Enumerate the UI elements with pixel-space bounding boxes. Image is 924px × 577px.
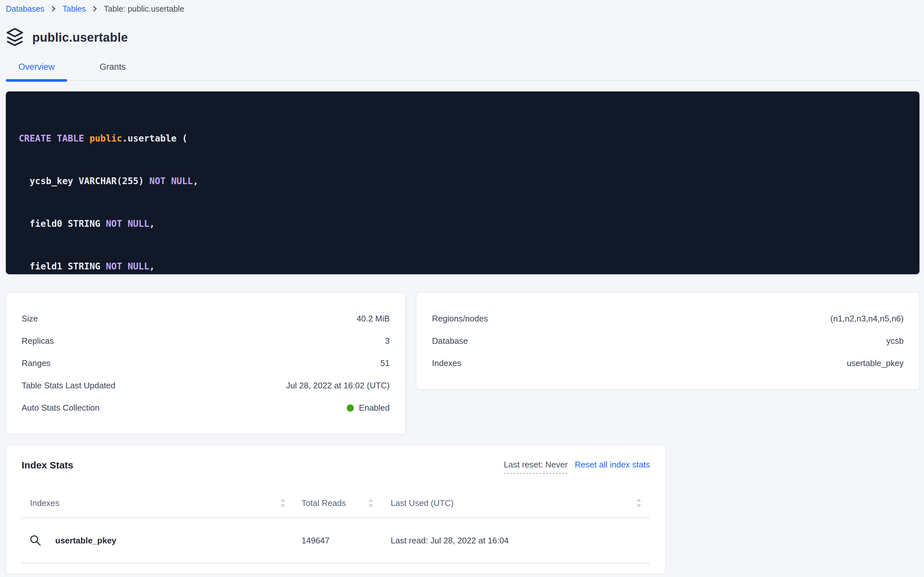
stat-value: Jul 28, 2022 at 16:02 (UTC) bbox=[286, 380, 390, 391]
breadcrumb-current: Table: public.usertable bbox=[104, 4, 184, 14]
page: Databases Tables Table: public.usertable… bbox=[0, 0, 924, 574]
status-badge: Enabled bbox=[347, 403, 390, 413]
last-used-cell: Last read: Jul 28, 2022 at 16:04 bbox=[390, 536, 650, 546]
stat-row-auto-stats: Auto Stats Collection Enabled bbox=[22, 397, 390, 419]
sql-line: ycsb_key VARCHAR(255) NOT NULL, bbox=[19, 174, 906, 189]
column-header-total-reads[interactable]: Total Reads bbox=[302, 498, 390, 508]
page-header: public.usertable bbox=[6, 28, 919, 47]
index-stats-reset-area: Last reset: Never Reset all index stats bbox=[504, 460, 650, 474]
breadcrumb: Databases Tables Table: public.usertable bbox=[6, 0, 919, 14]
stat-row-size: Size 40.2 MiB bbox=[22, 308, 390, 330]
stat-value: usertable_pkey bbox=[847, 358, 904, 368]
stat-value: 3 bbox=[385, 336, 390, 346]
stat-label: Database bbox=[432, 336, 468, 346]
index-stats-title: Index Stats bbox=[22, 459, 73, 471]
stat-row-regions: Regions/nodes (n1,n2,n3,n4,n5,n6) bbox=[432, 308, 904, 330]
sql-line: CREATE TABLE public.usertable ( bbox=[19, 132, 906, 146]
index-stats-card: Index Stats Last reset: Never Reset all … bbox=[6, 445, 666, 574]
index-name-cell: usertable_pkey bbox=[22, 534, 302, 546]
create-table-sql-block: CREATE TABLE public.usertable ( ycsb_key… bbox=[6, 92, 919, 274]
stat-label: Regions/nodes bbox=[432, 314, 488, 324]
page-title: public.usertable bbox=[32, 31, 128, 45]
details-cards-row: Size 40.2 MiB Replicas 3 Ranges 51 Table… bbox=[6, 292, 919, 434]
stat-row-replicas: Replicas 3 bbox=[22, 330, 390, 352]
index-stats-header: Index Stats Last reset: Never Reset all … bbox=[22, 459, 650, 474]
column-header-last-used[interactable]: Last Used (UTC) bbox=[390, 498, 650, 508]
table-location-card: Regions/nodes (n1,n2,n3,n4,n5,n6) Databa… bbox=[416, 292, 919, 390]
sql-line: field1 STRING NOT NULL, bbox=[19, 259, 906, 274]
stat-row-indexes: Indexes usertable_pkey bbox=[432, 352, 904, 374]
column-label: Indexes bbox=[30, 498, 59, 508]
sort-icon[interactable] bbox=[636, 498, 641, 508]
total-reads-cell: 149647 bbox=[302, 536, 390, 546]
stat-value: 51 bbox=[380, 358, 390, 368]
stat-value: ycsb bbox=[887, 336, 904, 346]
status-text: Enabled bbox=[359, 403, 390, 413]
stat-row-ranges: Ranges 51 bbox=[22, 352, 390, 374]
reset-all-index-stats-link[interactable]: Reset all index stats bbox=[575, 460, 650, 470]
stat-label: Table Stats Last Updated bbox=[22, 380, 116, 391]
sql-line: field0 STRING NOT NULL, bbox=[19, 217, 906, 231]
chevron-right-icon bbox=[51, 5, 56, 13]
index-table-row[interactable]: usertable_pkey 149647 Last read: Jul 28,… bbox=[22, 518, 650, 563]
stat-label: Indexes bbox=[432, 358, 461, 368]
index-name[interactable]: usertable_pkey bbox=[55, 536, 116, 546]
stat-label: Auto Stats Collection bbox=[22, 403, 100, 413]
last-reset-label: Last reset: Never bbox=[504, 460, 567, 474]
search-icon bbox=[29, 534, 42, 546]
tab-grants[interactable]: Grants bbox=[82, 61, 143, 80]
sort-icon[interactable] bbox=[280, 498, 285, 508]
column-label: Last Used (UTC) bbox=[390, 498, 453, 508]
stat-value: (n1,n2,n3,n4,n5,n6) bbox=[830, 314, 904, 324]
stat-row-stats-updated: Table Stats Last Updated Jul 28, 2022 at… bbox=[22, 374, 390, 397]
index-table-header: Indexes Total Reads Last Used (UTC) bbox=[22, 488, 650, 518]
column-header-indexes[interactable]: Indexes bbox=[22, 498, 302, 508]
stat-row-database: Database ycsb bbox=[432, 330, 904, 352]
stat-label: Replicas bbox=[22, 336, 54, 346]
chevron-right-icon bbox=[92, 5, 98, 13]
tab-overview[interactable]: Overview bbox=[6, 61, 67, 80]
stat-value: 40.2 MiB bbox=[357, 314, 390, 324]
stack-layers-icon bbox=[6, 27, 24, 47]
breadcrumb-link-databases[interactable]: Databases bbox=[6, 4, 45, 14]
stat-label: Ranges bbox=[22, 358, 51, 368]
table-details-card: Size 40.2 MiB Replicas 3 Ranges 51 Table… bbox=[6, 292, 405, 434]
tab-bar: Overview Grants bbox=[6, 61, 919, 81]
stat-label: Size bbox=[22, 314, 38, 324]
sort-icon[interactable] bbox=[368, 498, 373, 508]
status-dot-green bbox=[347, 405, 354, 412]
breadcrumb-link-tables[interactable]: Tables bbox=[63, 4, 86, 14]
column-label: Total Reads bbox=[302, 498, 346, 508]
